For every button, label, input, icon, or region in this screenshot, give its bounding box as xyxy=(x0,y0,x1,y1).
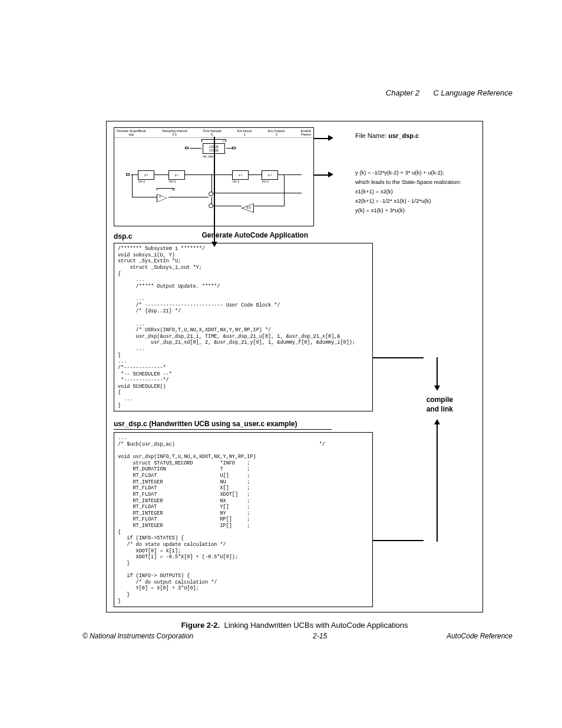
sum-junction xyxy=(209,192,213,196)
figure-frame: Discrete SuperBlockdsp Sampling Interval… xyxy=(106,121,483,612)
file-name-row: File Name: usr_dsp.c xyxy=(355,131,461,141)
usr-dsp-label: usr_dsp.c (Handwritten UCB using sa_user… xyxy=(114,420,332,430)
code-dsp-c: /******* Subsystem 1 *******/ void subsy… xyxy=(114,243,373,411)
z-block: z-1 xyxy=(262,170,278,180)
running-header: Chapter 2 C Language Reference xyxy=(82,88,513,97)
z-block: z-1 xyxy=(232,170,249,180)
user-code-sub: usr_dsp xyxy=(203,154,213,158)
footer-page: 2-15 xyxy=(313,632,327,640)
pin xyxy=(185,147,189,149)
pin xyxy=(126,173,130,176)
gain-value: -0.5 xyxy=(246,206,251,209)
z-block: z-3 xyxy=(138,170,154,180)
gain-value: 3 xyxy=(159,195,161,198)
z-block: z-1 xyxy=(168,170,185,180)
chapter-label: Chapter 2 xyxy=(386,88,419,97)
pin xyxy=(232,147,236,149)
sum-junction xyxy=(209,203,213,208)
chapter-title: C Language Reference xyxy=(434,88,513,97)
gain-block xyxy=(157,194,167,202)
footer-right: AutoCode Reference xyxy=(447,632,513,640)
compile-label: compileand link xyxy=(427,396,453,414)
code-usr-dsp-c: ... /* $ucb(usr_dsp,ac) */ void usr_dsp(… xyxy=(114,432,373,607)
footer-left: © National Instruments Corporation xyxy=(82,632,193,640)
equations: y (k) = -1/2*y(k-2) + 3* u(k) + u(k-2); … xyxy=(355,168,461,216)
figure-caption: Figure 2-2. Linking Handwritten UCBs wit… xyxy=(106,621,483,630)
page-footer: © National Instruments Corporation 2-15 … xyxy=(82,632,513,640)
